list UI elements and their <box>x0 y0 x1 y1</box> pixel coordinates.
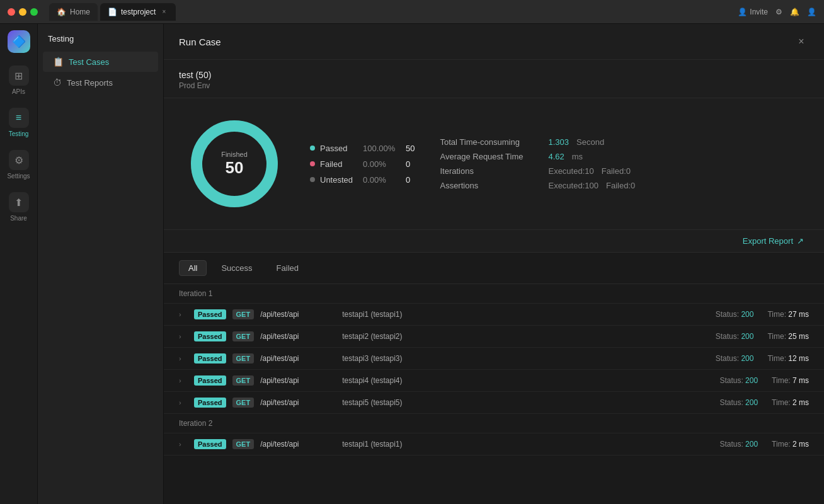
iterations-failed: Failed:0 <box>602 166 631 176</box>
time-value: 2 ms <box>793 398 809 407</box>
share-label: Share <box>10 215 27 222</box>
result-time: Time: 12 ms <box>767 354 809 363</box>
table-row[interactable]: › Passed GET /api/test/api testapi2 (tes… <box>164 326 824 348</box>
untested-count: 0 <box>406 175 410 185</box>
table-row[interactable]: › Passed GET /api/test/api testapi4 (tes… <box>164 370 824 392</box>
time-value: 7 ms <box>793 376 809 385</box>
expand-icon[interactable]: › <box>179 377 188 384</box>
legend-failed: Failed 0.00% 0 <box>310 159 415 169</box>
status-code: 200 <box>745 398 758 407</box>
legend-untested: Untested 0.00% 0 <box>310 175 415 185</box>
total-time-value: 1.303 <box>548 137 569 147</box>
tab-testproject-label: testproject <box>121 8 156 16</box>
export-button[interactable]: Export Report ↗ <box>743 236 804 246</box>
filter-tab-failed[interactable]: Failed <box>267 260 308 276</box>
status-badge: Passed <box>194 309 226 319</box>
sidebar-item-settings[interactable]: ⚙ Settings <box>0 144 37 186</box>
result-time: Time: 7 ms <box>772 376 809 385</box>
method-badge: GET <box>232 331 255 341</box>
logo-icon: 🔷 <box>12 35 26 49</box>
sidebar-item-apis[interactable]: ⊞ APIs <box>0 59 37 101</box>
status-code: 200 <box>745 376 758 385</box>
tab-home[interactable]: 🏠 Home <box>49 3 98 21</box>
result-status: Status: 200 <box>719 376 758 385</box>
nav-item-test-cases[interactable]: 📋 Test Cases <box>43 52 158 72</box>
status-badge: Passed <box>194 331 226 341</box>
expand-icon[interactable]: › <box>179 440 188 448</box>
result-time: Time: 25 ms <box>767 332 809 341</box>
nav-item-test-reports[interactable]: ⏱ Test Reports <box>43 72 158 93</box>
result-path: /api/test/api <box>260 332 336 341</box>
panel-header: Run Case × <box>164 24 824 60</box>
close-traffic-light[interactable] <box>8 8 15 16</box>
testing-nav-icon: ≡ <box>9 108 29 128</box>
iterations-row: Iterations Executed:10 Failed:0 <box>440 166 635 176</box>
iterations-label: Iterations <box>440 166 541 176</box>
tab-close-icon[interactable]: × <box>159 8 168 16</box>
test-reports-icon: ⏱ <box>53 77 62 88</box>
method-badge: GET <box>232 309 255 319</box>
total-time-unit: Second <box>576 137 604 147</box>
donut-label: Finished <box>221 151 248 158</box>
stats-panel: Finished 50 Passed 100.00% 50 Failed 0.0… <box>164 98 824 230</box>
result-path: /api/test/api <box>260 310 336 319</box>
bell-icon[interactable]: 🔔 <box>790 8 799 16</box>
expand-icon[interactable]: › <box>179 311 188 318</box>
expand-icon[interactable]: › <box>179 333 188 340</box>
donut-number: 50 <box>221 158 248 178</box>
passed-dot <box>310 146 315 151</box>
table-row[interactable]: › Passed GET /api/test/api testapi1 (tes… <box>164 433 824 455</box>
test-cases-label: Test Cases <box>69 57 109 67</box>
maximize-traffic-light[interactable] <box>30 8 38 16</box>
avg-request-unit: ms <box>572 152 583 161</box>
result-name: testapi5 (testapi5) <box>342 398 713 407</box>
invite-button[interactable]: 👤 Invite <box>738 8 768 16</box>
tab-testproject[interactable]: 📄 testproject × <box>100 3 176 21</box>
method-badge: GET <box>232 375 255 386</box>
result-status: Status: 200 <box>719 398 758 407</box>
passed-pct: 100.00% <box>363 144 401 153</box>
settings-nav-icon: ⚙ <box>9 150 29 170</box>
avatar-icon[interactable]: 👤 <box>807 8 816 16</box>
invite-label: Invite <box>750 8 768 16</box>
expand-icon[interactable]: › <box>179 399 188 406</box>
assertions-failed: Failed:0 <box>606 181 635 190</box>
untested-dot <box>310 177 315 182</box>
method-badge: GET <box>232 398 255 408</box>
settings-icon[interactable]: ⚙ <box>775 8 782 16</box>
untested-label: Untested <box>320 175 358 185</box>
minimize-traffic-light[interactable] <box>19 8 26 16</box>
status-code: 200 <box>741 310 753 319</box>
export-icon: ↗ <box>797 236 804 246</box>
failed-label: Failed <box>320 159 358 169</box>
filter-failed-label: Failed <box>277 263 299 273</box>
app-logo: 🔷 <box>8 30 30 53</box>
status-badge: Passed <box>194 353 226 364</box>
total-time-label: Total Time-consuming <box>440 137 541 147</box>
status-code: 200 <box>741 332 753 341</box>
tab-home-label: Home <box>70 8 90 16</box>
close-button[interactable]: × <box>794 34 809 49</box>
sidebar-item-testing[interactable]: ≡ Testing <box>0 101 37 144</box>
share-icon: ⬆ <box>9 192 29 212</box>
filter-tab-all[interactable]: All <box>179 260 207 276</box>
test-name: test (50) <box>179 70 809 80</box>
table-row[interactable]: › Passed GET /api/test/api testapi3 (tes… <box>164 348 824 370</box>
result-name: testapi1 (testapi1) <box>342 440 713 449</box>
sidebar-item-share[interactable]: ⬆ Share <box>0 186 37 228</box>
result-status: Status: 200 <box>719 440 758 449</box>
traffic-lights <box>8 8 38 16</box>
filter-tab-success[interactable]: Success <box>212 260 261 276</box>
table-row[interactable]: › Passed GET /api/test/api testapi5 (tes… <box>164 392 824 414</box>
table-row[interactable]: › Passed GET /api/test/api testapi1 (tes… <box>164 304 824 326</box>
failed-dot <box>310 161 315 166</box>
iteration-header: Iteration 1 <box>164 284 824 304</box>
time-value: 25 ms <box>788 332 809 341</box>
time-value: 12 ms <box>788 354 809 363</box>
iterations-executed: Executed:10 <box>548 166 593 176</box>
status-code: 200 <box>741 354 753 363</box>
assertions-row: Assertions Executed:100 Failed:0 <box>440 181 635 190</box>
expand-icon[interactable]: › <box>179 355 188 362</box>
invite-person-icon: 👤 <box>738 8 747 16</box>
doc-icon: 📄 <box>108 8 117 16</box>
